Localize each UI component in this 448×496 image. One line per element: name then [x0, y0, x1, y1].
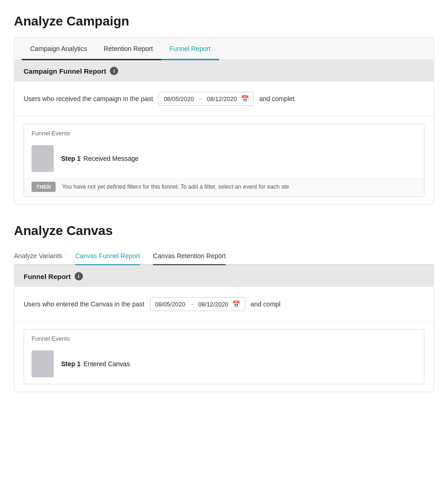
canvas-date-suffix: and compl: [251, 300, 281, 308]
canvas-date-range-picker[interactable]: 08/05/2020 → 08/12/2020 📅: [150, 297, 245, 311]
canvas-date-arrow: →: [189, 301, 195, 307]
campaign-then-row: THEN You have not yet defined filters fo…: [24, 178, 424, 197]
campaign-section: Campaign Analytics Retention Report Funn…: [14, 37, 434, 205]
campaign-date-range-picker[interactable]: 08/05/2020 → 08/12/2020 📅: [158, 92, 253, 106]
campaign-date-suffix: and complet: [259, 95, 295, 102]
campaign-funnel-events-box: Funnel Events Step 1Received Message THE…: [24, 124, 424, 197]
campaign-then-badge: THEN: [32, 182, 56, 192]
canvas-step-1-block: [32, 350, 54, 377]
canvas-panel-header: Funnel Report i: [14, 266, 434, 287]
canvas-panel-title: Funnel Report: [24, 273, 71, 280]
campaign-panel-header: Campaign Funnel Report i: [14, 60, 434, 82]
tab-funnel-report[interactable]: Funnel Report: [161, 38, 219, 60]
canvas-info-icon[interactable]: i: [75, 272, 83, 280]
canvas-date-prefix: Users who entered the Canvas in the past: [24, 300, 145, 308]
tab-analyze-variants[interactable]: Analyze Variants: [14, 247, 62, 265]
campaign-funnel-events-label: Funnel Events: [24, 124, 424, 140]
canvas-funnel-events-label: Funnel Events: [24, 330, 424, 346]
canvas-funnel-events-box: Funnel Events Step 1Entered Canvas: [24, 329, 424, 384]
campaign-step-1-block: [32, 145, 54, 172]
canvas-calendar-icon: 📅: [232, 300, 240, 308]
campaign-date-start: 08/05/2020: [164, 95, 194, 102]
tab-canvas-retention-report[interactable]: Canvas Retention Report: [153, 247, 226, 265]
canvas-date-row: Users who entered the Canvas in the past…: [14, 287, 434, 322]
campaign-date-prefix: Users who received the campaign in the p…: [24, 95, 153, 102]
analyze-campaign-title: Analyze Campaign: [14, 14, 434, 29]
campaign-tabs: Campaign Analytics Retention Report Funn…: [14, 38, 434, 60]
campaign-step-1-label: Step 1Received Message: [61, 155, 139, 162]
campaign-date-arrow: →: [197, 95, 203, 102]
canvas-date-end: 08/12/2020: [198, 301, 228, 308]
canvas-step-1-row: Step 1Entered Canvas: [24, 346, 424, 384]
analyze-canvas-title: Analyze Canvas: [14, 223, 434, 238]
canvas-section: Funnel Report i Users who entered the Ca…: [14, 265, 434, 392]
campaign-info-icon[interactable]: i: [110, 67, 118, 75]
tab-canvas-funnel-report[interactable]: Canvas Funnel Report: [75, 247, 140, 265]
tab-retention-report[interactable]: Retention Report: [95, 38, 161, 60]
campaign-date-end: 08/12/2020: [207, 95, 237, 102]
campaign-calendar-icon: 📅: [241, 95, 249, 102]
canvas-tabs: Analyze Variants Canvas Funnel Report Ca…: [14, 247, 434, 265]
tab-campaign-analytics[interactable]: Campaign Analytics: [22, 38, 95, 60]
canvas-date-start: 08/05/2020: [155, 301, 185, 308]
canvas-step-1-label: Step 1Entered Canvas: [61, 360, 130, 368]
campaign-step-1-row: Step 1Received Message: [24, 140, 424, 178]
campaign-panel-title: Campaign Funnel Report: [24, 67, 106, 75]
campaign-then-text: You have not yet defined filters for thi…: [62, 184, 289, 190]
campaign-date-row: Users who received the campaign in the p…: [14, 82, 434, 116]
